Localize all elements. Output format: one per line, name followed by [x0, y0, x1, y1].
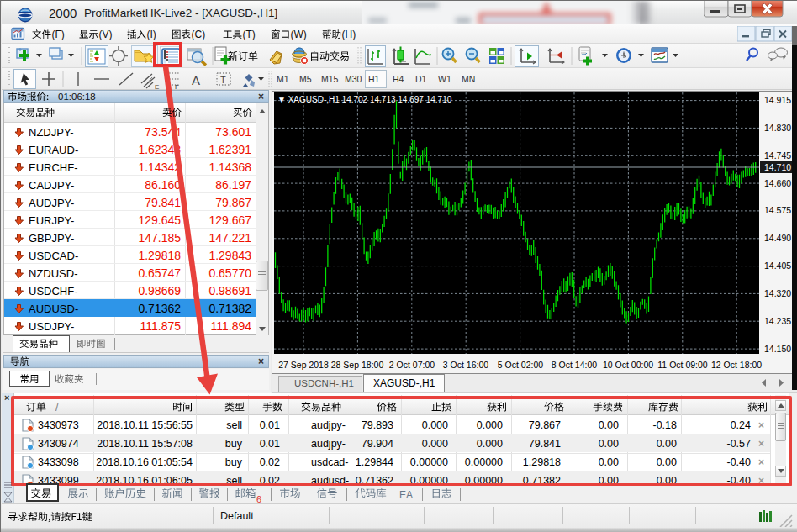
svg-text:11 Oct 09:00: 11 Oct 09:00 [657, 360, 708, 370]
svg-text:14.915: 14.915 [764, 95, 791, 105]
svg-text:5 Oct 02:00: 5 Oct 02:00 [498, 360, 543, 370]
svg-text:27 Sep 2018: 27 Sep 2018 [278, 360, 329, 370]
svg-text:28 Sep 18:00: 28 Sep 18:00 [331, 360, 384, 370]
svg-text:▼ XAGUSD-,H1 14.702 14.713 14.: ▼ XAGUSD-,H1 14.702 14.713 14.697 14.710 [277, 95, 452, 104]
svg-text:14.320: 14.320 [764, 288, 791, 298]
svg-text:14.575: 14.575 [764, 205, 791, 215]
svg-text:14.405: 14.405 [764, 261, 791, 271]
svg-text:2 Oct 07:00: 2 Oct 07:00 [389, 360, 435, 370]
svg-text:14.235: 14.235 [764, 316, 791, 326]
svg-text:12 Oct 18:00: 12 Oct 18:00 [711, 360, 762, 370]
svg-text:14.150: 14.150 [764, 344, 791, 354]
svg-text:14.830: 14.830 [764, 123, 791, 133]
svg-text:14.490: 14.490 [764, 233, 791, 243]
svg-text:8 Oct 14:00: 8 Oct 14:00 [552, 360, 597, 370]
svg-text:3 Oct 16:00: 3 Oct 16:00 [443, 360, 488, 370]
svg-text:14.745: 14.745 [764, 150, 791, 161]
svg-text:14.710: 14.710 [764, 162, 791, 172]
svg-text:14.660: 14.660 [764, 178, 791, 188]
svg-text:10 Oct 00:00: 10 Oct 00:00 [603, 360, 653, 370]
